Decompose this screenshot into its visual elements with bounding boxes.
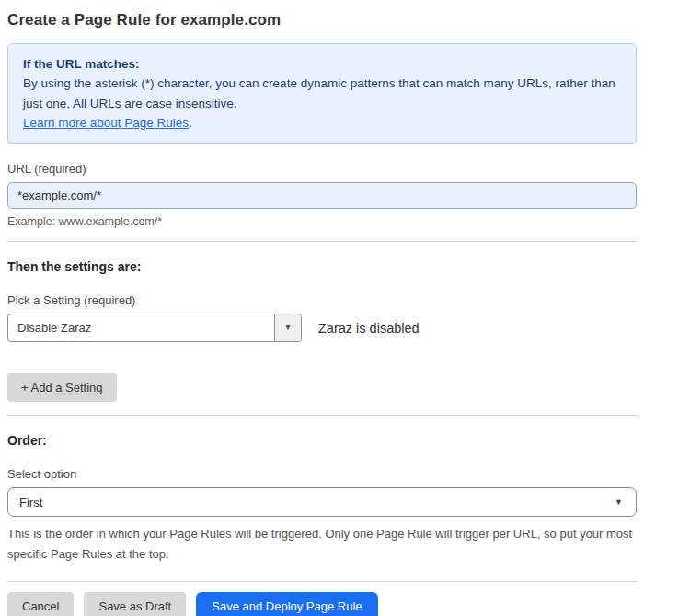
settings-section-heading: Then the settings are: xyxy=(7,259,637,274)
url-example-helper: Example: www.example.com/* xyxy=(7,215,637,228)
setting-select-value: Disable Zaraz xyxy=(8,314,274,341)
url-input[interactable] xyxy=(7,182,637,209)
url-field-label: URL (required) xyxy=(7,162,637,176)
order-section-heading: Order: xyxy=(7,433,637,448)
form-actions: Cancel Save as Draft Save and Deploy Pag… xyxy=(7,592,637,616)
page-title: Create a Page Rule for example.com xyxy=(7,11,637,29)
chevron-down-icon: ▼ xyxy=(284,324,293,332)
pick-setting-label: Pick a Setting (required) xyxy=(7,293,637,307)
info-box-heading: If the URL matches: xyxy=(23,54,621,74)
setting-status-text: Zaraz is disabled xyxy=(318,321,420,336)
setting-select[interactable]: Disable Zaraz ▼ xyxy=(7,314,302,342)
setting-select-arrow-button[interactable]: ▼ xyxy=(274,314,301,341)
divider xyxy=(7,241,637,242)
chevron-down-icon: ▼ xyxy=(615,498,623,507)
info-box-body: By using the asterisk (*) character, you… xyxy=(23,74,621,113)
add-setting-button[interactable]: + Add a Setting xyxy=(7,373,117,402)
url-match-info-box: If the URL matches: By using the asteris… xyxy=(7,43,637,144)
order-select[interactable]: First ▼ xyxy=(7,487,637,517)
page-rule-form: Create a Page Rule for example.com If th… xyxy=(0,0,637,616)
save-draft-button[interactable]: Save as Draft xyxy=(84,592,186,616)
divider xyxy=(7,581,637,582)
save-deploy-button[interactable]: Save and Deploy Page Rule xyxy=(196,592,377,616)
info-box-link-line: Learn more about Page Rules. xyxy=(23,113,621,132)
link-period: . xyxy=(189,116,192,130)
setting-row: Disable Zaraz ▼ Zaraz is disabled xyxy=(7,314,637,342)
divider xyxy=(7,415,637,416)
order-select-label: Select option xyxy=(7,467,637,481)
order-helper-text: This is the order in which your Page Rul… xyxy=(7,524,637,565)
cancel-button[interactable]: Cancel xyxy=(7,592,74,616)
order-select-value: First xyxy=(19,496,42,509)
learn-more-link[interactable]: Learn more about Page Rules xyxy=(23,116,189,130)
